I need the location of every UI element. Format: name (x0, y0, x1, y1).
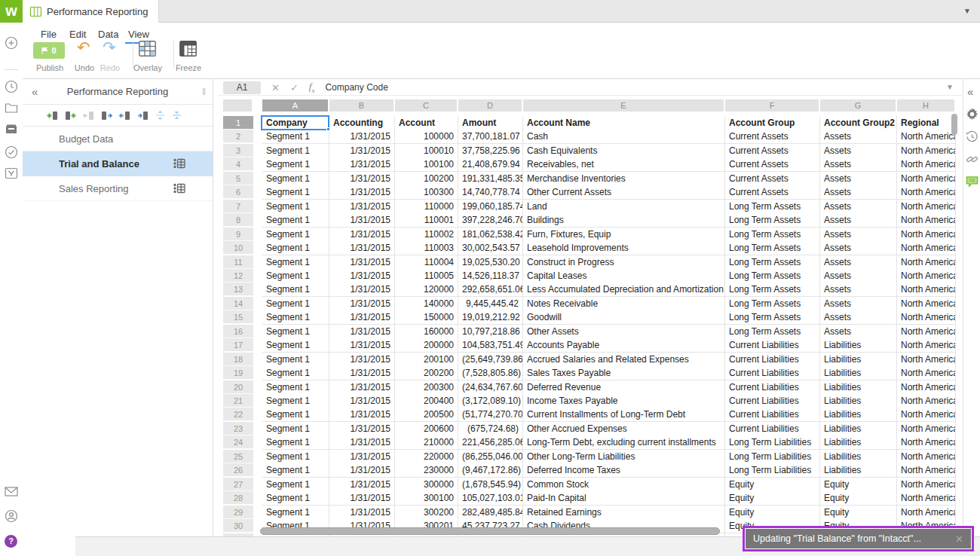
grid-cell-F26[interactable]: Long Term Liabilities (725, 463, 820, 478)
grid-cell-E12[interactable]: Capital Leases (523, 269, 725, 283)
grid-cell-D5[interactable]: 191,331,485.35 (458, 172, 523, 186)
row-header-28[interactable]: 28 (223, 491, 253, 505)
grid-cell-B28[interactable]: 1/31/2015 (329, 491, 395, 506)
grid-cell-B10[interactable]: 1/31/2015 (329, 241, 395, 255)
grid-cell-D15[interactable]: 19,019,212.92 (458, 310, 523, 325)
grid-cell-H5[interactable]: North America (897, 172, 956, 186)
grid-cell-B24[interactable]: 1/31/2015 (329, 435, 395, 450)
column-header-C[interactable]: C (395, 99, 458, 112)
grid-cell-C14[interactable]: 140000 (395, 297, 458, 311)
grid-cell-A26[interactable]: Segment 1 (262, 463, 329, 478)
row-header-17[interactable]: 17 (223, 338, 253, 352)
linked-sheet-icon[interactable] (173, 183, 185, 194)
grid-cell-G11[interactable]: Assets (820, 255, 897, 270)
grid-cell-D13[interactable]: 292,658,651.06) (458, 283, 523, 297)
grid-cell-A16[interactable]: Segment 1 (262, 325, 329, 339)
grid-cell-D22[interactable]: (51,774,270.70) (458, 408, 523, 422)
grid-cell-G21[interactable]: Liabilities (820, 394, 897, 408)
grid-cell-E1[interactable]: Account Name (523, 116, 725, 130)
grid-cell-F10[interactable]: Long Term Assets (725, 241, 820, 255)
grid-cell-A4[interactable]: Segment 1 (262, 157, 329, 172)
workiva-logo[interactable]: w (0, 0, 23, 23)
grid-cell-F1[interactable]: Account Group (725, 116, 820, 130)
grid-cell-B8[interactable]: 1/31/2015 (329, 213, 395, 228)
row-header-13[interactable]: 13 (223, 283, 253, 296)
grid-cell-D3[interactable]: 37,758,225.96 (458, 144, 523, 158)
grid-cell-G7[interactable]: Assets (820, 200, 897, 214)
grid-cell-H18[interactable]: North America (897, 353, 956, 367)
grid-cell-E24[interactable]: Long-Term Debt, excluding current instal… (523, 435, 725, 450)
grid-cell-H29[interactable]: North America (897, 506, 956, 520)
grid-cell-G23[interactable]: Liabilities (820, 422, 897, 436)
grid-cell-B20[interactable]: 1/31/2015 (329, 380, 395, 395)
grid-cell-C20[interactable]: 200300 (395, 380, 458, 395)
grid-cell-H21[interactable]: North America (897, 394, 956, 408)
grid-cell-F16[interactable]: Long Term Assets (725, 325, 820, 339)
grid-cell-G15[interactable]: Assets (820, 310, 897, 325)
grid-cell-B15[interactable]: 1/31/2015 (329, 310, 395, 325)
grid-cell-F6[interactable]: Current Assets (725, 185, 820, 200)
grid-cell-F5[interactable]: Current Assets (725, 172, 820, 186)
grid-cell-D24[interactable]: 221,456,285.06) (458, 435, 523, 450)
grid-cell-F24[interactable]: Long Term Liabilities (725, 435, 820, 450)
grid-cell-E2[interactable]: Cash (523, 130, 725, 144)
grid-cell-E25[interactable]: Other Long-Term Liabilities (523, 450, 725, 464)
grid-cell-A11[interactable]: Segment 1 (262, 255, 329, 270)
grid-cell-D29[interactable]: 282,489,485.84) (458, 506, 523, 520)
grid-cell-B23[interactable]: 1/31/2015 (329, 422, 395, 436)
grid-cell-D20[interactable]: (24,634,767.60) (458, 380, 523, 395)
grid-cell-E11[interactable]: Construct in Progress (523, 255, 725, 270)
grid-cell-H12[interactable]: North America (897, 269, 956, 283)
grid-cell-H26[interactable]: North America (897, 463, 956, 478)
confirm-entry-icon[interactable]: ✓ (290, 82, 299, 93)
grid-cell-C13[interactable]: 120000 (395, 283, 458, 297)
column-header-A[interactable]: A (262, 99, 329, 112)
export-sheet-icon[interactable] (137, 111, 149, 121)
grid-cell-D25[interactable]: (86,255,046.00) (458, 450, 523, 464)
menu-file[interactable]: File (38, 26, 60, 42)
grid-cell-B17[interactable]: 1/31/2015 (329, 338, 395, 353)
grid-cell-C7[interactable]: 110000 (395, 200, 458, 214)
grid-cell-D17[interactable]: 104,583,751.49) (458, 338, 523, 353)
row-header-21[interactable]: 21 (223, 394, 253, 408)
grid-cell-C19[interactable]: 200200 (395, 366, 458, 380)
grid-cell-E6[interactable]: Other Current Assets (523, 185, 725, 200)
grid-cell-F14[interactable]: Long Term Assets (725, 297, 820, 311)
tasks-box-icon[interactable] (5, 167, 18, 181)
grid-cell-C12[interactable]: 110005 (395, 269, 458, 283)
grid-cell-E17[interactable]: Accounts Payable (523, 338, 725, 353)
grid-cell-E16[interactable]: Other Assets (523, 325, 725, 339)
grid-cell-C23[interactable]: 200600 (395, 422, 458, 436)
row-header-10[interactable]: 10 (223, 241, 253, 255)
add-circle-icon[interactable] (5, 36, 18, 50)
folder-icon[interactable] (5, 102, 18, 115)
sidebar-item-budget-data[interactable]: Budget Data (23, 127, 213, 151)
grid-cell-E10[interactable]: Leasehold Improvements (523, 241, 725, 255)
row-header-8[interactable]: 8 (223, 213, 253, 227)
grid-cell-C6[interactable]: 100300 (395, 185, 458, 200)
grid-cell-A14[interactable]: Segment 1 (262, 297, 329, 311)
grid-cell-F12[interactable]: Long Term Assets (725, 269, 820, 283)
grid-cell-C29[interactable]: 300200 (395, 506, 458, 520)
grid-cell-D28[interactable]: 105,027,103.01) (458, 491, 523, 506)
grid-cell-C15[interactable]: 150000 (395, 310, 458, 325)
grid-cell-C1[interactable]: Account (395, 116, 458, 130)
drawer-icon[interactable] (5, 124, 18, 137)
grid-cell-B3[interactable]: 1/31/2015 (329, 144, 395, 158)
row-header-14[interactable]: 14 (223, 297, 253, 310)
sidebar-item-sales-reporting[interactable]: Sales Reporting (23, 176, 213, 201)
grid-cell-A2[interactable]: Segment 1 (262, 130, 329, 144)
help-icon[interactable]: ? (5, 535, 17, 548)
grid-cell-H19[interactable]: North America (897, 366, 956, 380)
grid-cell-E27[interactable]: Common Stock (523, 478, 725, 492)
grid-cell-B1[interactable]: Accounting (329, 116, 395, 130)
grid-cell-B27[interactable]: 1/31/2015 (329, 478, 395, 492)
grid-cell-A25[interactable]: Segment 1 (262, 450, 329, 464)
grid-cell-E28[interactable]: Paid-In Capital (523, 491, 725, 506)
row-header-4[interactable]: 4 (223, 157, 253, 171)
grid-cell-G9[interactable]: Assets (820, 228, 897, 242)
grid-cell-E19[interactable]: Sales Taxes Payable (523, 366, 725, 380)
grid-cell-F11[interactable]: Long Term Assets (725, 255, 820, 270)
grid-cell-A6[interactable]: Segment 1 (262, 185, 329, 200)
grid-cell-H3[interactable]: North America (897, 144, 956, 158)
